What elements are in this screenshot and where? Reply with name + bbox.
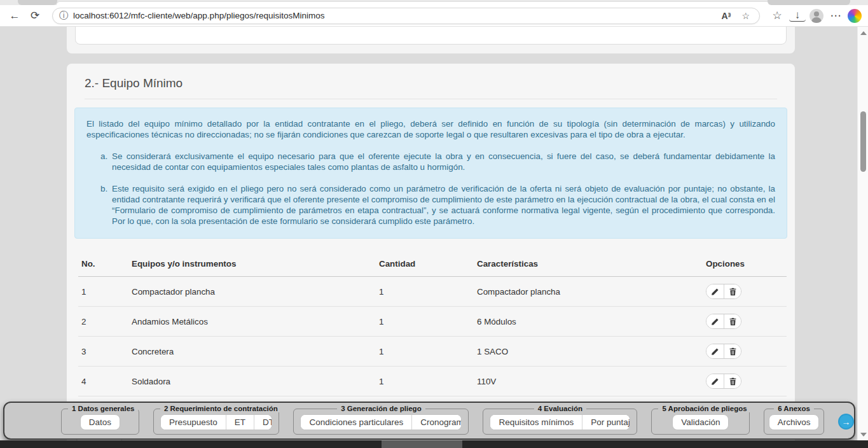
- step-evaluacion: 4 Evaluación Requisitos mínimos Por punt…: [483, 405, 637, 435]
- cell-equipo: Andamios Metálicos: [128, 307, 376, 337]
- edit-button[interactable]: [706, 314, 724, 328]
- url-text[interactable]: localhost:6012/mfc-cliente/web/app.php/p…: [73, 11, 713, 20]
- profile-avatar[interactable]: [809, 9, 823, 23]
- cell-no: 3: [78, 337, 128, 367]
- edit-button[interactable]: [706, 284, 724, 298]
- step-2-legend: 2 Requerimiento de contratación: [160, 405, 282, 412]
- cell-caracteristicas: 110V: [474, 367, 703, 396]
- datos-button[interactable]: Datos: [80, 414, 120, 430]
- step-aprobacion: 5 Aprobación de pliegos Validación: [651, 405, 750, 435]
- cell-opciones: [703, 307, 787, 337]
- edit-icon: [711, 377, 719, 386]
- delete-button[interactable]: [724, 344, 741, 358]
- taskbar-sliver: [0, 440, 868, 448]
- et-button[interactable]: ET: [226, 415, 254, 430]
- row-options: [706, 344, 741, 359]
- cell-no: 1: [78, 277, 128, 307]
- copilot-icon[interactable]: [848, 9, 862, 23]
- equipo-minimo-card: 2.- Equipo Mínimo El listado del equipo …: [67, 64, 795, 440]
- row-options: [706, 314, 741, 329]
- scroll-up-icon[interactable]: [860, 31, 867, 35]
- refresh-icon[interactable]: ⟳: [27, 8, 43, 24]
- validacion-button[interactable]: Validación: [672, 414, 729, 430]
- archivos-button[interactable]: Archivos: [769, 414, 820, 430]
- row-options: [706, 284, 741, 299]
- alert-item-b-marker: b.: [100, 183, 112, 227]
- vertical-scrollbar[interactable]: [857, 27, 868, 440]
- presupuesto-button[interactable]: Presupuesto: [161, 415, 226, 430]
- col-header-equipos: Equipos y/o instrumentos: [128, 254, 376, 277]
- address-bar[interactable]: ⓘ localhost:6012/mfc-cliente/web/app.php…: [52, 8, 760, 24]
- condiciones-particulares-button[interactable]: Condiciones particulares: [301, 415, 411, 430]
- cell-equipo: Concretera: [128, 337, 376, 367]
- site-info-icon[interactable]: ⓘ: [59, 10, 68, 22]
- por-puntaje-button[interactable]: Por puntaje: [582, 415, 630, 430]
- browser-active-tab[interactable]: [56, 1, 806, 5]
- edit-icon: [711, 318, 719, 326]
- alert-item-a-text: Se considerará exclusivamente el equipo …: [112, 151, 775, 172]
- cell-caracteristicas: Compactador plancha: [474, 277, 703, 307]
- edit-icon: [711, 347, 719, 356]
- step-datos-generales: 1 Datos generales Datos: [61, 405, 139, 435]
- alert-item-b: b. Este requisito será exigido en el pli…: [100, 183, 775, 227]
- collections-icon[interactable]: ☆: [769, 8, 785, 24]
- cell-cantidad: 1: [376, 367, 474, 396]
- trash-icon: [729, 377, 737, 386]
- read-aloud-icon[interactable]: A: [718, 11, 733, 21]
- scroll-down-icon[interactable]: [860, 433, 867, 437]
- cell-caracteristicas: 6 Módulos: [474, 307, 703, 337]
- trash-icon: [729, 288, 737, 296]
- browser-menu-icon[interactable]: ⋯: [827, 8, 844, 24]
- table-row: 4Soldadora1110V: [78, 367, 787, 396]
- back-icon[interactable]: ←: [6, 8, 23, 24]
- delete-button[interactable]: [724, 284, 741, 298]
- trash-icon: [729, 347, 737, 356]
- requerimiento-button-group: Presupuesto ET DT: [160, 414, 272, 430]
- cronograma-button[interactable]: Cronograma: [411, 415, 462, 430]
- edit-icon: [711, 288, 719, 296]
- step-6-legend: 6 Anexos: [774, 405, 814, 412]
- cell-equipo: Soldadora: [128, 367, 376, 396]
- previous-section-card: [67, 27, 795, 53]
- cell-no: 2: [78, 307, 128, 337]
- cell-opciones: [703, 277, 787, 307]
- step-1-legend: 1 Datos generales: [68, 405, 138, 412]
- edit-button[interactable]: [706, 374, 724, 388]
- alert-item-b-text: Este requisito será exigido en el pliego…: [112, 183, 775, 227]
- alert-list: a. Se considerará exclusivamente el equi…: [100, 151, 775, 227]
- delete-button[interactable]: [724, 314, 741, 328]
- table-row: 2Andamios Metálicos16 Módulos: [78, 307, 787, 337]
- col-header-cantidad: Cantidad: [376, 254, 474, 277]
- edit-button[interactable]: [706, 344, 724, 358]
- col-header-caracteristicas: Características: [474, 254, 703, 277]
- taskbar-active-app: [382, 440, 462, 448]
- cell-no: 4: [78, 367, 128, 396]
- alert-item-a: a. Se considerará exclusivamente el equi…: [100, 151, 775, 172]
- pliego-button-group: Condiciones particulares Cronograma: [300, 414, 462, 430]
- table-row: 1Compactador plancha1Compactador plancha: [78, 277, 787, 307]
- cell-cantidad: 1: [376, 277, 474, 307]
- cell-equipo: Compactador plancha: [128, 277, 376, 307]
- section-title: 2.- Equipo Mínimo: [85, 76, 777, 99]
- previous-section-panel: [75, 27, 787, 45]
- browser-tab-fragment-right: [768, 0, 850, 5]
- requisitos-minimos-button[interactable]: Requisitos mínimos: [490, 415, 582, 430]
- delete-button[interactable]: [724, 374, 741, 388]
- browser-toolbar: ← ⟳ ⓘ localhost:6012/mfc-cliente/web/app…: [0, 5, 868, 27]
- cell-opciones: [703, 367, 787, 396]
- row-options: [706, 374, 741, 389]
- downloads-icon[interactable]: ↓: [789, 10, 806, 22]
- browser-tab-fragment: [18, 0, 57, 5]
- step-4-legend: 4 Evaluación: [534, 405, 586, 412]
- step-3-legend: 3 Generación de pliego: [337, 405, 425, 412]
- step-5-legend: 5 Aprobación de pliegos: [658, 405, 750, 412]
- favorite-star-icon[interactable]: ☆: [738, 11, 753, 21]
- table-header-row: No. Equipos y/o instrumentos Cantidad Ca…: [78, 254, 787, 277]
- cell-cantidad: 1: [376, 337, 474, 367]
- next-step-button[interactable]: →: [838, 414, 854, 430]
- scrollbar-thumb[interactable]: [860, 111, 866, 172]
- dt-button[interactable]: DT: [254, 415, 272, 430]
- cell-caracteristicas: 1 SACO: [474, 337, 703, 367]
- browser-tabstrip: [0, 0, 868, 5]
- alert-intro: El listado del equipo mínimo detallado p…: [86, 118, 775, 140]
